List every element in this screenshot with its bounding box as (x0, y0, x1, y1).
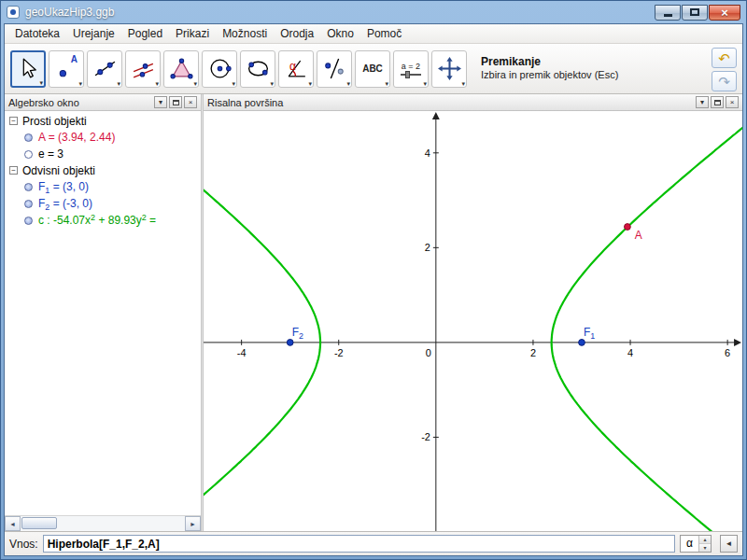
algebra-float-button[interactable] (169, 96, 182, 108)
window-controls: × (655, 5, 740, 21)
scrollbar-track[interactable] (21, 516, 185, 531)
tool-circle-center-point[interactable]: ▾ (202, 50, 237, 88)
algebra-panel: Algebrsko okno ▾ × − Prosti objekti A = (5, 94, 201, 531)
undo-icon: ↶ (718, 51, 730, 65)
menu-datoteka[interactable]: Datoteka (8, 25, 66, 42)
conic-icon (246, 56, 271, 81)
menu-moznosti[interactable]: Možnosti (216, 25, 274, 42)
input-bar: Vnos: α ▴ ▾ ◄ (5, 531, 742, 555)
menu-pogled[interactable]: Pogled (121, 25, 169, 42)
tool-mirror[interactable]: ▾ (317, 50, 352, 88)
scroll-right-button[interactable]: ► (185, 516, 201, 531)
tool-move[interactable]: ▾ (10, 50, 46, 88)
scroll-left-button[interactable]: ◄ (5, 516, 21, 531)
object-row-F1[interactable]: F1 = (3, 0) (5, 178, 201, 195)
alpha-glyph: α (289, 60, 296, 73)
object-row-F2[interactable]: F2 = (-3, 0) (5, 195, 201, 212)
tool-line-two-points[interactable]: ▾ (87, 50, 122, 88)
collapse-toggle-icon[interactable]: − (9, 166, 18, 175)
svg-text:6: 6 (725, 347, 730, 358)
tool-text[interactable]: ABC ▾ (355, 50, 390, 88)
tool-dropdown-icon: ▾ (308, 80, 312, 88)
redo-button[interactable]: ↷ (712, 71, 737, 91)
tool-dropdown-icon: ▾ (117, 80, 120, 88)
menu-prikazi[interactable]: Prikazi (169, 25, 216, 42)
title-bar[interactable]: geoUkazHip3.ggb × (4, 1, 743, 23)
close-icon: × (721, 7, 728, 19)
polygon-icon (169, 56, 194, 81)
svg-text:2: 2 (530, 347, 536, 358)
visibility-marble-icon[interactable] (24, 200, 33, 208)
algebra-horizontal-scrollbar[interactable]: ◄ ► (5, 515, 201, 531)
maximize-button[interactable] (682, 5, 708, 21)
object-row-e[interactable]: e = 3 (5, 146, 201, 162)
tool-slider[interactable]: a = 2 ▾ (393, 50, 429, 88)
command-input[interactable] (43, 535, 675, 553)
menu-okno[interactable]: Okno (320, 25, 360, 42)
svg-text:-2: -2 (421, 431, 430, 442)
graphics-close-button[interactable]: × (726, 96, 739, 108)
float-window-icon (173, 100, 179, 105)
mirror-icon (322, 56, 347, 81)
minimize-button[interactable] (655, 5, 681, 21)
graphics-menu-button[interactable]: ▾ (696, 96, 709, 108)
undo-redo-group: ↶ ↷ (712, 47, 737, 91)
visibility-marble-icon[interactable] (24, 150, 33, 159)
algebra-menu-button[interactable]: ▾ (154, 96, 167, 108)
greek-symbol-dropdown[interactable]: α ▴ ▾ (680, 535, 712, 553)
tool-new-point[interactable]: A ▾ (49, 50, 84, 88)
algebra-panel-title: Algebrsko okno (8, 97, 79, 108)
algebra-close-button[interactable]: × (184, 96, 197, 108)
active-tool-info: Premikanje Izbira in premik objektov (Es… (481, 55, 618, 82)
tool-polygon[interactable]: ▾ (163, 50, 199, 88)
graphics-float-button[interactable] (711, 96, 724, 108)
f2-value: = (-3, 0) (49, 197, 92, 210)
visibility-marble-icon[interactable] (24, 133, 33, 142)
visibility-marble-icon[interactable] (24, 217, 33, 225)
visibility-marble-icon[interactable] (24, 183, 33, 191)
close-button[interactable]: × (709, 5, 740, 21)
maximize-icon (690, 8, 699, 16)
circle-icon (207, 56, 233, 81)
object-row-A[interactable]: A = (3.94, 2.44) (5, 129, 201, 146)
angle-icon (284, 56, 309, 81)
move-view-icon (437, 56, 462, 81)
algebra-tree: − Prosti objekti A = (3.94, 2.44) e = 3 … (5, 111, 201, 515)
collapse-toggle-icon[interactable]: − (9, 117, 18, 125)
menu-urejanje[interactable]: Urejanje (66, 25, 121, 42)
tool-angle[interactable]: α ▾ (278, 50, 314, 88)
graphics-panel: Risalna površina ▾ × -4-2246-2240AF1F2 (204, 94, 742, 531)
svg-text:0: 0 (426, 347, 431, 358)
svg-text:A: A (635, 229, 642, 242)
redo-icon: ↷ (718, 75, 730, 89)
tool-dropdown-icon: ▾ (155, 80, 159, 88)
special-line-icon (131, 56, 156, 81)
active-tool-description: Izbira in premik objektov (Esc) (481, 69, 618, 82)
tool-conic[interactable]: ▾ (240, 50, 275, 88)
tool-special-line[interactable]: ▾ (125, 50, 161, 88)
drawing-pad[interactable]: -4-2246-2240AF1F2 (204, 111, 742, 531)
symbol-spinner[interactable]: ▴ ▾ (698, 536, 711, 552)
input-help-toggle-button[interactable]: ◄ (720, 535, 738, 553)
c-part2: + 89.93y (95, 214, 142, 227)
text-tool-icon: ABC (362, 63, 383, 74)
menu-orodja[interactable]: Orodja (274, 25, 320, 42)
svg-text:-4: -4 (237, 347, 247, 358)
object-c-text: c : -54.07x2 + 89.93y2 = (38, 214, 156, 227)
tool-dropdown-icon: ▾ (385, 80, 388, 88)
tool-move-view[interactable]: ▾ (431, 50, 467, 88)
f1-value: = (3, 0) (49, 180, 89, 193)
coordinate-plot[interactable]: -4-2246-2240AF1F2 (204, 111, 742, 531)
object-row-c[interactable]: c : -54.07x2 + 89.93y2 = (5, 212, 201, 229)
svg-text:F2: F2 (292, 326, 303, 341)
line-two-points-icon (92, 56, 118, 81)
slider-tool-label: a = 2 (402, 62, 420, 71)
left-arrow-icon: ◄ (726, 539, 733, 548)
scrollbar-thumb[interactable] (21, 517, 57, 529)
tool-dropdown-icon: ▾ (423, 80, 427, 88)
svg-text:4: 4 (425, 147, 430, 159)
menu-pomoc[interactable]: Pomoč (360, 25, 408, 42)
scroll-left-icon: ◄ (9, 521, 16, 527)
undo-button[interactable]: ↶ (712, 48, 737, 68)
free-objects-group: − Prosti objekti (5, 113, 201, 129)
